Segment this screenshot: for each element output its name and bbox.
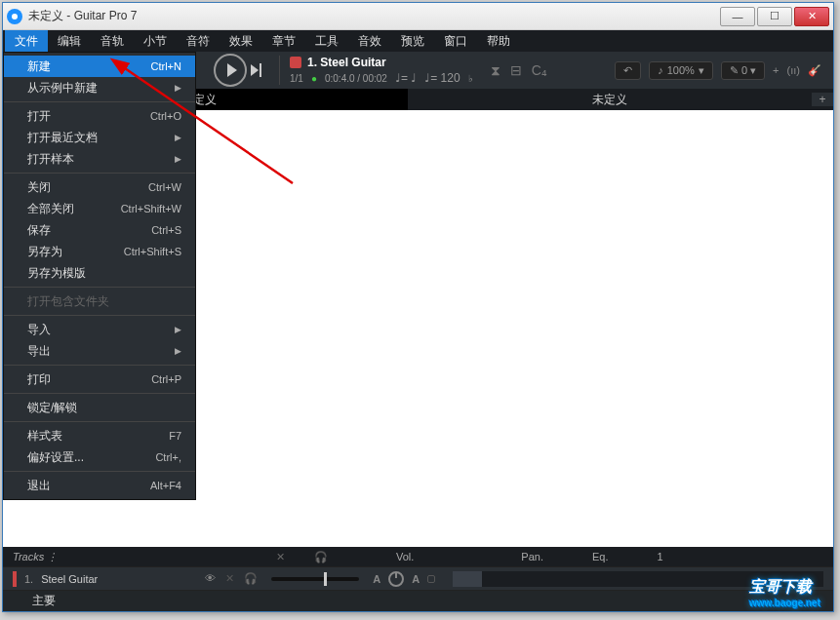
menu-item-打开最近文档[interactable]: 打开最近文档▶ <box>4 127 195 148</box>
track-info: 1. Steel Guitar 1/1 ● 0:0:4.0 / 00:02 ♩=… <box>279 56 473 85</box>
track-title: 1. Steel Guitar <box>307 56 386 69</box>
eq-led[interactable] <box>427 575 435 583</box>
menu-item-样式表[interactable]: 样式表F7 <box>4 425 195 446</box>
menu-item-打开包含文件夹: 打开包含文件夹 <box>4 291 195 312</box>
play-button[interactable] <box>214 54 247 87</box>
add-icon[interactable]: + <box>773 64 779 76</box>
menu-编辑[interactable]: 编辑 <box>48 30 91 52</box>
menu-效果[interactable]: 效果 <box>220 30 262 52</box>
menu-separator <box>4 421 195 422</box>
chord-icon[interactable]: C₄ <box>532 62 547 79</box>
right-toolbar: ↶ ♪ 100% ▾ ✎ 0 ▾ + (ıı) 🎸 <box>615 61 827 80</box>
maximize-button[interactable]: ☐ <box>757 7 792 26</box>
menu-item-锁定/解锁[interactable]: 锁定/解锁 <box>4 397 195 418</box>
app-icon <box>7 9 22 24</box>
menu-item-打开样本[interactable]: 打开样本▶ <box>4 148 195 170</box>
menu-separator <box>4 393 195 394</box>
master-row[interactable]: 主要 <box>3 590 833 611</box>
track-row[interactable]: 1. Steel Guitar 👁 ✕ 🎧 A A <box>3 566 833 590</box>
track-name: Steel Guitar <box>41 573 197 585</box>
menu-item-另存为模版[interactable]: 另存为模版 <box>4 262 195 284</box>
next-button[interactable] <box>251 63 261 77</box>
master-label: 主要 <box>32 593 56 609</box>
menu-item-全部关闭[interactable]: 全部关闭Ctrl+Shift+W <box>4 198 195 219</box>
menu-item-打印[interactable]: 打印Ctrl+P <box>4 368 195 390</box>
pan-label: Pan. <box>521 551 543 562</box>
vol-label: Vol. <box>396 551 414 562</box>
bottom-panel: Tracks ⋮ ✕ 🎧 Vol. Pan. Eq. 1 1. Steel Gu… <box>3 547 833 611</box>
menu-音轨[interactable]: 音轨 <box>91 30 134 52</box>
add-tab-button[interactable]: + <box>812 93 833 106</box>
next-icon <box>251 64 259 76</box>
menubar: 文件编辑音轨小节音符效果章节工具音效预览窗口帮助 <box>3 30 833 52</box>
metronome-icon[interactable]: ⧗ <box>491 62 500 79</box>
solo-icon[interactable]: 🎧 <box>244 572 258 585</box>
eq-label: Eq. <box>592 551 609 562</box>
titlebar: 未定义 - Guitar Pro 7 — ☐ ✕ <box>3 3 833 30</box>
menu-帮助[interactable]: 帮助 <box>477 30 520 52</box>
bar-position: 1/1 <box>290 73 303 84</box>
tracks-label: Tracks ⋮ <box>13 551 208 563</box>
menu-item-打开[interactable]: 打开Ctrl+O <box>4 105 195 127</box>
menu-separator <box>4 471 195 472</box>
rec-indicator: ● <box>311 73 317 84</box>
menu-item-退出[interactable]: 退出Alt+F4 <box>4 475 195 496</box>
menu-窗口[interactable]: 窗口 <box>434 30 477 52</box>
window-title: 未定义 - Guitar Pro 7 <box>28 8 137 24</box>
key-sig: ♭ <box>468 73 473 84</box>
menu-文件[interactable]: 文件 <box>5 30 48 52</box>
headphone-icon[interactable]: 🎧 <box>314 551 328 563</box>
track-number: 1. <box>24 573 33 585</box>
menu-音符[interactable]: 音符 <box>177 30 220 52</box>
submenu-arrow-icon: ▶ <box>175 133 181 142</box>
zoom-control[interactable]: ♪ 100% ▾ <box>649 61 713 80</box>
loop-button[interactable]: ↶ <box>615 61 641 80</box>
transport-controls <box>214 54 261 87</box>
fretboard-icon[interactable]: 🎸 <box>808 64 821 77</box>
track-icons: 👁 ✕ 🎧 <box>205 572 258 585</box>
menu-章节[interactable]: 章节 <box>262 30 305 52</box>
automation-a1[interactable]: A <box>373 573 380 585</box>
submenu-arrow-icon: ▶ <box>175 154 181 164</box>
track-timeline[interactable] <box>453 571 823 587</box>
menu-音效[interactable]: 音效 <box>348 30 391 52</box>
automation-a2[interactable]: A <box>412 573 420 585</box>
file-menu-dropdown: 新建Ctrl+N从示例中新建▶打开Ctrl+O打开最近文档▶打开样本▶关闭Ctr… <box>3 52 196 500</box>
tempo: ♩= 120 <box>424 71 460 85</box>
menu-item-导出[interactable]: 导出▶ <box>4 340 195 362</box>
close-button[interactable]: ✕ <box>794 7 829 26</box>
menu-小节[interactable]: 小节 <box>134 30 177 52</box>
menu-item-导入[interactable]: 导入▶ <box>4 319 195 340</box>
mute-track-icon[interactable]: ✕ <box>225 572 234 585</box>
submenu-arrow-icon: ▶ <box>175 346 181 356</box>
time-sig: ♩= ♩ <box>395 71 417 85</box>
countdown-icon[interactable]: ⊟ <box>510 62 522 79</box>
menu-item-另存为[interactable]: 另存为Ctrl+Shift+S <box>4 241 195 262</box>
tab-right[interactable]: 未定义 <box>408 89 813 111</box>
play-icon <box>227 63 237 77</box>
window-controls: — ☐ ✕ <box>720 7 829 26</box>
submenu-arrow-icon: ▶ <box>175 325 181 334</box>
menu-预览[interactable]: 预览 <box>391 30 434 52</box>
bar-num: 1 <box>658 551 663 562</box>
tuning-tool[interactable]: ✎ 0 ▾ <box>721 61 765 80</box>
playback-tools: ⧗ ⊟ C₄ <box>491 62 547 79</box>
pan-knob[interactable] <box>388 571 404 587</box>
menu-item-关闭[interactable]: 关闭Ctrl+W <box>4 176 195 198</box>
visible-icon[interactable]: 👁 <box>205 572 216 585</box>
mute-icon[interactable]: ✕ <box>276 551 285 563</box>
minimize-button[interactable]: — <box>720 7 755 26</box>
time-position: 0:0:4.0 / 00:02 <box>325 73 387 84</box>
menu-item-从示例中新建[interactable]: 从示例中新建▶ <box>4 77 195 98</box>
menu-item-新建[interactable]: 新建Ctrl+N <box>4 56 195 77</box>
menu-item-保存[interactable]: 保存Ctrl+S <box>4 219 195 241</box>
track-color-icon <box>290 57 301 68</box>
volume-slider[interactable] <box>271 577 359 581</box>
menu-item-偏好设置...[interactable]: 偏好设置...Ctrl+, <box>4 446 195 468</box>
menu-separator <box>4 101 195 102</box>
tracks-header: Tracks ⋮ ✕ 🎧 Vol. Pan. Eq. 1 <box>3 547 833 566</box>
submenu-arrow-icon: ▶ <box>175 83 181 93</box>
tuner-icon[interactable]: (ıı) <box>787 64 800 76</box>
menu-separator <box>4 365 195 366</box>
menu-工具[interactable]: 工具 <box>305 30 348 52</box>
